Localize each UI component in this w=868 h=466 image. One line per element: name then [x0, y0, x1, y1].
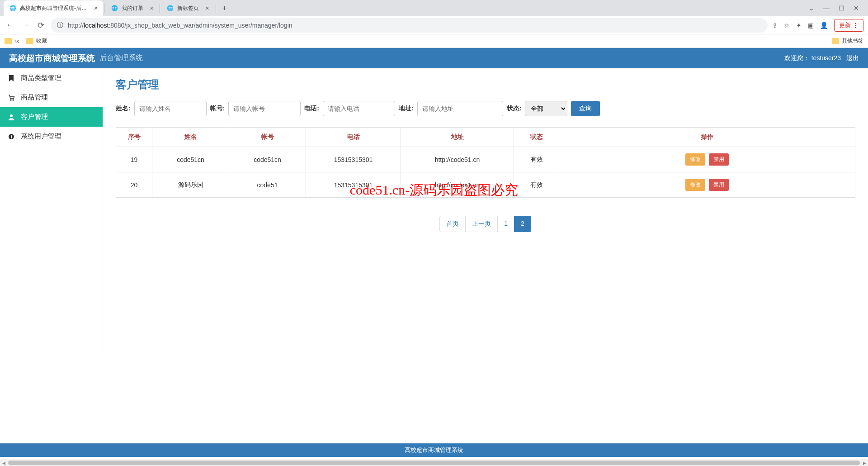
app-subtitle: 后台管理系统	[99, 53, 143, 63]
back-icon[interactable]: ←	[5, 20, 15, 30]
filter-name-input[interactable]	[134, 101, 207, 116]
cell-phone: 15315315301	[306, 147, 401, 172]
cell-address: http://code51.cn	[401, 172, 514, 198]
sidebar-item-label: 系统用户管理	[21, 132, 61, 141]
bookmark-item[interactable]: 收藏	[26, 37, 47, 45]
close-icon[interactable]: ×	[94, 5, 98, 12]
extensions-icon[interactable]: ✦	[796, 22, 802, 29]
svg-point-2	[11, 135, 12, 136]
disable-button[interactable]: 禁用	[709, 179, 729, 191]
filter-phone-label: 电话:	[304, 105, 319, 113]
welcome-text: 欢迎您： testuser23 退出	[784, 54, 859, 62]
close-icon[interactable]: ×	[205, 5, 209, 12]
disable-button[interactable]: 禁用	[709, 153, 729, 166]
search-button[interactable]: 查询	[571, 101, 600, 116]
window-dropdown-icon[interactable]: ⌄	[809, 5, 814, 12]
sidebar: 商品类型管理 商品管理 客户管理 系统用户管理	[0, 68, 103, 353]
maximize-icon[interactable]: ☐	[839, 5, 844, 12]
bookmark-item[interactable]: rx	[5, 38, 19, 44]
tab-title: 新标签页	[177, 5, 199, 12]
cell-status: 有效	[514, 147, 559, 172]
sidebar-item-label: 商品管理	[21, 93, 48, 102]
close-icon[interactable]: ×	[150, 5, 153, 12]
info-icon[interactable]: ⓘ	[57, 21, 63, 29]
sidebar-item-label: 客户管理	[21, 113, 48, 121]
sidebar-item-customer[interactable]: 客户管理	[0, 107, 103, 127]
sidebar-toggle-icon[interactable]: ▣	[808, 22, 814, 29]
table-row: 20 源码乐园 code51 15315315301 http://code51…	[116, 172, 855, 198]
cell-actions: 修改 禁用	[559, 147, 855, 172]
profile-icon[interactable]: 👤	[820, 22, 828, 29]
folder-icon	[26, 38, 33, 44]
col-address: 地址	[401, 128, 514, 147]
bookmark-bar: rx 收藏 其他书签	[0, 34, 868, 48]
share-icon[interactable]: ⇪	[772, 22, 778, 29]
sidebar-item-product[interactable]: 商品管理	[0, 88, 103, 107]
globe-icon: 🌐	[9, 5, 16, 12]
tab-title: 我的订单	[122, 5, 143, 12]
col-actions: 操作	[559, 128, 855, 147]
new-tab-button[interactable]: +	[217, 4, 233, 13]
user-icon	[8, 114, 15, 120]
filter-name-label: 姓名:	[116, 105, 131, 113]
pagination: 首页 上一页 1 2	[116, 216, 855, 232]
cell-account: code51cn	[229, 147, 306, 172]
sidebar-item-system-user[interactable]: 系统用户管理	[0, 127, 103, 146]
cell-phone: 15315315301	[306, 172, 401, 198]
close-window-icon[interactable]: ✕	[854, 5, 859, 12]
filter-status-label: 状态:	[507, 105, 522, 113]
sidebar-item-product-type[interactable]: 商品类型管理	[0, 68, 103, 88]
svg-point-0	[10, 114, 13, 117]
filter-bar: 姓名: 帐号: 电话: 地址: 状态: 全部 查询	[116, 101, 855, 116]
cell-name: code51cn	[152, 147, 229, 172]
sidebar-item-label: 商品类型管理	[21, 74, 61, 82]
filter-account-input[interactable]	[228, 101, 301, 116]
page-prev[interactable]: 上一页	[465, 216, 498, 232]
col-phone: 电话	[306, 128, 401, 147]
username: testuser23	[811, 54, 841, 62]
cart-icon	[8, 95, 15, 101]
cell-name: 源码乐园	[152, 172, 229, 198]
minimize-icon[interactable]: —	[823, 5, 830, 12]
cell-seq: 20	[116, 172, 152, 198]
edit-button[interactable]: 修改	[685, 153, 705, 166]
col-name: 姓名	[152, 128, 229, 147]
toolbar-icons: ⇪ ☆ ✦ ▣ 👤 更新⋮	[772, 19, 863, 32]
browser-chrome: 🌐 高校超市商城管理系统-后台管理 × 🌐 我的订单 × 🌐 新标签页 × + …	[0, 0, 868, 48]
globe-icon: 🌐	[111, 5, 118, 12]
cell-account: code51	[229, 172, 306, 198]
filter-status-select[interactable]: 全部	[525, 101, 567, 116]
browser-tab[interactable]: 🌐 我的订单 ×	[105, 0, 159, 16]
page-number[interactable]: 1	[497, 216, 514, 232]
tab-bar: 🌐 高校超市商城管理系统-后台管理 × 🌐 我的订单 × 🌐 新标签页 × + …	[0, 0, 868, 16]
tab-title: 高校超市商城管理系统-后台管理	[20, 5, 88, 12]
filter-address-input[interactable]	[417, 101, 503, 116]
folder-icon	[832, 38, 839, 44]
other-bookmarks[interactable]: 其他书签	[832, 37, 863, 45]
main-layout: 商品类型管理 商品管理 客户管理 系统用户管理 客户管理 姓名: 帐号: 电话:…	[0, 68, 868, 353]
browser-update-button[interactable]: 更新⋮	[834, 19, 863, 32]
forward-icon[interactable]: →	[20, 20, 31, 30]
table-row: 19 code51cn code51cn 15315315301 http://…	[116, 147, 855, 172]
filter-account-label: 帐号:	[210, 105, 225, 113]
address-bar: ← → ⟳ ⓘ http://localhost:8080/jx_shop_ba…	[0, 16, 868, 34]
main-content: 客户管理 姓名: 帐号: 电话: 地址: 状态: 全部 查询 序号 姓名 帐号	[103, 68, 868, 353]
filter-phone-input[interactable]	[323, 101, 395, 116]
filter-address-label: 地址:	[399, 105, 414, 113]
reload-icon[interactable]: ⟳	[35, 20, 46, 30]
page-first[interactable]: 首页	[439, 216, 466, 232]
window-controls: ⌄ — ☐ ✕	[809, 5, 864, 12]
customer-table: 序号 姓名 帐号 电话 地址 状态 操作 19 code51cn code51c…	[116, 127, 855, 198]
page-title: 客户管理	[116, 77, 855, 92]
browser-tab[interactable]: 🌐 新标签页 ×	[161, 0, 214, 16]
col-account: 帐号	[229, 128, 306, 147]
page-number-active[interactable]: 2	[514, 216, 531, 232]
logout-link[interactable]: 退出	[846, 54, 859, 62]
browser-tab-active[interactable]: 🌐 高校超市商城管理系统-后台管理 ×	[4, 0, 103, 16]
url-input[interactable]: ⓘ http://localhost:8080/jx_shop_back_web…	[51, 18, 768, 33]
info-circle-icon	[8, 133, 15, 140]
edit-button[interactable]: 修改	[685, 179, 705, 191]
star-icon[interactable]: ☆	[784, 22, 790, 29]
cell-status: 有效	[514, 172, 559, 198]
app-title: 高校超市商城管理系统	[9, 52, 95, 64]
